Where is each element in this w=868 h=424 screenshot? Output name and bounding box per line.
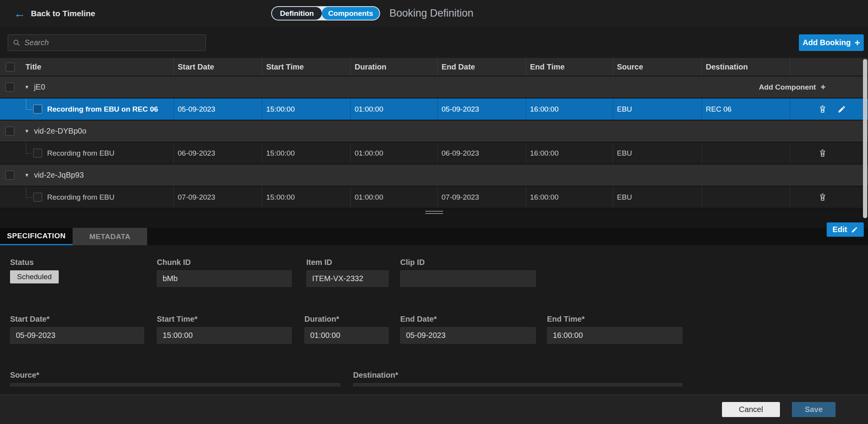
group-checkbox[interactable] (5, 171, 14, 180)
item-id-input[interactable] (306, 270, 389, 287)
header-start-date[interactable]: Start Date (173, 58, 262, 76)
source-label: Source* (10, 371, 340, 380)
start-time-label: Start Time* (157, 315, 292, 324)
row-indent (0, 187, 20, 208)
delete-button[interactable] (818, 105, 827, 114)
search-box[interactable] (8, 34, 206, 51)
duration-label: Duration* (304, 315, 389, 324)
add-component-button[interactable]: Add Component + (759, 83, 826, 92)
caret-down-icon[interactable]: ▼ (24, 172, 29, 178)
cell-start-date: 07-09-2023 (173, 187, 262, 208)
group-row-vid-2e-DYBp0o[interactable]: ▼ vid-2e-DYBp0o (0, 120, 868, 142)
component-row[interactable]: Recording from EBU 07-09-2023 15:00:00 0… (0, 186, 868, 208)
cell-end-date: 06-09-2023 (437, 142, 526, 164)
delete-button[interactable] (818, 193, 827, 202)
search-input[interactable] (24, 38, 201, 47)
end-time-field: End Time* (547, 315, 683, 344)
clip-id-input[interactable] (400, 270, 536, 287)
end-date-input[interactable] (400, 327, 536, 344)
header-title[interactable]: Title (20, 58, 173, 76)
cell-source: EBU (613, 142, 702, 164)
toggle-components[interactable]: Components (322, 7, 379, 20)
top-bar: ← Back to Timeline Definition Components… (0, 0, 868, 27)
duration-input[interactable] (304, 327, 389, 344)
group-checkbox[interactable] (5, 83, 14, 92)
header-destination[interactable]: Destination (702, 58, 790, 76)
header-end-time[interactable]: End Time (526, 58, 613, 76)
source-input[interactable] (10, 383, 340, 387)
delete-button[interactable] (818, 149, 827, 158)
chunk-id-input[interactable] (157, 270, 292, 287)
destination-input[interactable] (353, 383, 683, 387)
bookings-table: Title Start Date Start Time Duration End… (0, 58, 868, 208)
row-checkbox[interactable] (33, 193, 42, 202)
caret-down-icon[interactable]: ▼ (24, 128, 29, 134)
destination-label: Destination* (353, 371, 683, 380)
component-row[interactable]: Recording from EBU 06-09-2023 15:00:00 0… (0, 142, 868, 164)
cell-start-time: 15:00:00 (262, 98, 350, 120)
cell-end-date: 05-09-2023 (437, 98, 526, 120)
cell-end-time: 16:00:00 (526, 142, 613, 164)
resize-line (425, 213, 443, 214)
tab-specification[interactable]: SPECIFICATION (0, 228, 73, 245)
resize-line (425, 211, 443, 212)
pencil-icon (837, 105, 846, 114)
header-end-date[interactable]: End Date (437, 58, 526, 76)
row-checkbox[interactable] (33, 105, 42, 114)
cell-actions (790, 98, 868, 120)
save-button[interactable]: Save (792, 402, 836, 417)
header-checkbox-cell (0, 58, 20, 76)
end-time-input[interactable] (547, 327, 683, 344)
group-row-jE0[interactable]: ▼ jE0 Add Component + (0, 76, 868, 98)
row-checkbox[interactable] (33, 149, 42, 158)
destination-field: Destination* (353, 371, 683, 387)
component-row-selected[interactable]: Recording from EBU on REC 06 05-09-2023 … (0, 98, 868, 120)
cell-start-date: 05-09-2023 (173, 98, 262, 120)
tab-metadata[interactable]: METADATA (73, 228, 147, 245)
row-title: Recording from EBU (47, 193, 114, 202)
cell-title: Recording from EBU on REC 06 (20, 98, 173, 120)
icon-spacer (837, 149, 846, 158)
cell-actions (790, 142, 868, 164)
plus-icon: + (854, 38, 860, 47)
start-date-field: Start Date* (10, 315, 144, 344)
start-date-input[interactable] (10, 327, 144, 344)
table-header: Title Start Date Start Time Duration End… (0, 58, 868, 76)
cell-duration: 01:00:00 (350, 142, 437, 164)
toggle-definition[interactable]: Definition (272, 7, 322, 20)
select-all-checkbox[interactable] (6, 63, 15, 71)
status-field: Status Scheduled (10, 258, 59, 283)
resize-handle[interactable] (425, 211, 443, 215)
group-checkbox[interactable] (5, 127, 14, 136)
tree-connector (26, 142, 32, 154)
group-title: jE0 (34, 83, 45, 92)
header-duration[interactable]: Duration (350, 58, 437, 76)
clip-id-label: Clip ID (400, 258, 536, 267)
trash-icon (818, 149, 827, 158)
cancel-button[interactable]: Cancel (722, 402, 780, 417)
header-source[interactable]: Source (613, 58, 702, 76)
cell-source: EBU (613, 187, 702, 208)
cell-actions (790, 187, 868, 208)
group-row-vid-2e-JqBp93[interactable]: ▼ vid-2e-JqBp93 (0, 164, 868, 186)
cell-start-time: 15:00:00 (262, 187, 350, 208)
tree-connector (26, 98, 32, 110)
start-time-input[interactable] (157, 327, 292, 344)
clip-id-field: Clip ID (400, 258, 536, 287)
splitter-area (0, 209, 868, 228)
action-bar: Cancel Save (0, 395, 868, 424)
cell-end-time: 16:00:00 (526, 98, 613, 120)
edit-button[interactable]: Edit (827, 222, 864, 237)
back-to-timeline-button[interactable]: ← Back to Timeline (14, 0, 95, 27)
plus-icon: + (820, 83, 826, 92)
definition-components-toggle: Definition Components (271, 6, 380, 20)
header-start-time[interactable]: Start Time (262, 58, 350, 76)
caret-down-icon[interactable]: ▼ (24, 84, 29, 90)
edit-row-button[interactable] (837, 105, 846, 114)
add-booking-button[interactable]: Add Booking + (799, 34, 864, 51)
row-title: Recording from EBU (47, 149, 114, 158)
back-label: Back to Timeline (31, 9, 95, 18)
vertical-scrollbar[interactable] (863, 59, 867, 218)
end-date-field: End Date* (400, 315, 536, 344)
end-date-label: End Date* (400, 315, 536, 324)
